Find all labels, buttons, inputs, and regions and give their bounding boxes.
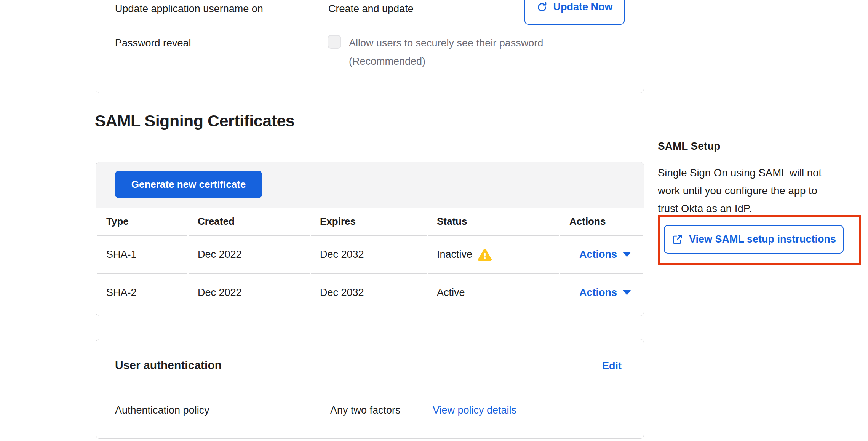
caret-down-icon — [623, 252, 631, 257]
password-reveal-recommended-label: (Recommended) — [349, 56, 425, 67]
row-actions-dropdown[interactable]: Actions — [569, 287, 631, 299]
cell-created: Dec 2022 — [189, 235, 310, 273]
view-saml-instructions-button[interactable]: View SAML setup instructions — [664, 225, 844, 254]
cell-status: Active — [428, 273, 559, 312]
user-authentication-heading: User authentication — [115, 359, 222, 372]
view-saml-instructions-label: View SAML setup instructions — [689, 233, 836, 245]
status-text: Active — [437, 287, 465, 299]
username-update-label: Update application username on — [115, 3, 263, 15]
cell-actions: Actions — [560, 235, 643, 273]
cell-actions: Actions — [560, 273, 643, 312]
user-authentication-card — [96, 339, 644, 439]
refresh-icon — [536, 2, 548, 13]
column-header-created: Created — [189, 208, 310, 235]
warning-icon — [478, 248, 492, 261]
cell-created: Dec 2022 — [189, 273, 310, 312]
page-canvas: Update application username on Create an… — [0, 0, 868, 441]
cell-expires: Dec 2032 — [311, 235, 427, 273]
column-header-type: Type — [97, 208, 187, 235]
update-now-label: Update Now — [553, 1, 612, 13]
saml-certificates-heading: SAML Signing Certificates — [95, 112, 294, 130]
cell-type: SHA-1 — [97, 235, 187, 273]
edit-link[interactable]: Edit — [602, 360, 622, 372]
password-reveal-checkbox[interactable] — [328, 35, 341, 49]
saml-setup-description-line: work until you configure the app to — [658, 185, 817, 197]
cell-type: SHA-2 — [97, 273, 187, 312]
saml-setup-heading: SAML Setup — [658, 140, 720, 152]
status-text: Inactive — [437, 249, 472, 260]
update-now-button[interactable]: Update Now — [524, 0, 625, 25]
username-update-value: Create and update — [328, 3, 414, 15]
row-actions-dropdown[interactable]: Actions — [569, 249, 631, 260]
password-reveal-label: Password reveal — [115, 37, 191, 49]
column-header-actions: Actions — [560, 208, 643, 235]
cell-status: Inactive — [428, 235, 559, 273]
caret-down-icon — [623, 290, 631, 295]
view-policy-details-link[interactable]: View policy details — [433, 404, 516, 416]
authentication-policy-label: Authentication policy — [115, 404, 209, 416]
column-header-expires: Expires — [311, 208, 427, 235]
saml-setup-description-line: Single Sign On using SAML will not — [658, 167, 822, 179]
table-header-row: Type Created Expires Status Actions — [97, 208, 643, 235]
cell-expires: Dec 2032 — [311, 273, 427, 312]
authentication-policy-value: Any two factors — [330, 404, 401, 416]
saml-setup-description-line: trust Okta as an IdP. — [658, 203, 752, 215]
table-row: SHA-1 Dec 2022 Dec 2032 Inactive — [97, 235, 643, 273]
certificates-table: Type Created Expires Status Actions SHA-… — [96, 208, 644, 312]
table-row: SHA-2 Dec 2022 Dec 2032 Active Actions — [97, 273, 643, 312]
password-reveal-checkbox-label: Allow users to securely see their passwo… — [349, 37, 543, 49]
generate-certificate-button[interactable]: Generate new certificate — [115, 171, 262, 198]
external-link-icon — [671, 233, 683, 245]
column-header-status: Status — [428, 208, 559, 235]
